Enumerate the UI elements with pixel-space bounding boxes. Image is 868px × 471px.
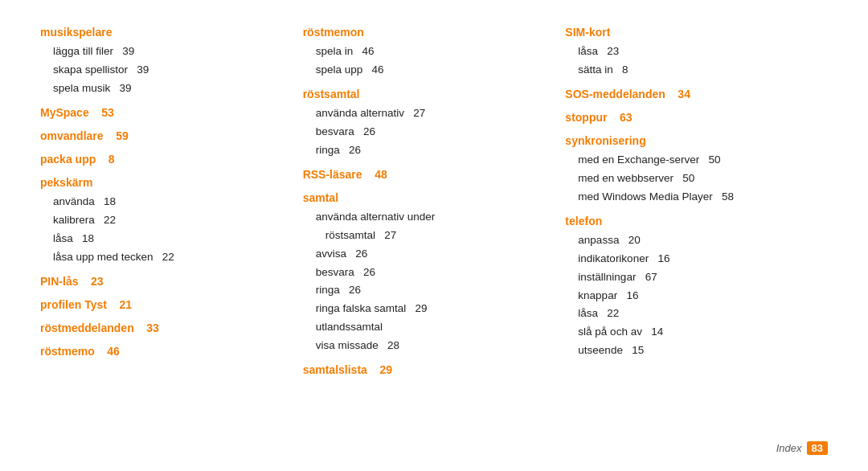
item-knappar: knappar 16 bbox=[565, 287, 812, 305]
item-lasa-telefon: låsa 22 bbox=[565, 305, 812, 323]
item-anvanda-alternativ-under: använda alternativ under bbox=[303, 208, 550, 227]
item-lasa-sim: låsa 23 bbox=[565, 43, 812, 61]
item-rostsamtal-sub: röstsamtal 27 bbox=[303, 227, 550, 245]
footer: Index 83 bbox=[776, 441, 828, 455]
item-besvara-rost: besvara 26 bbox=[303, 123, 550, 141]
item-ringa-rost: ringa 26 bbox=[303, 141, 550, 160]
footer-label: Index bbox=[776, 442, 802, 454]
item-utseende: utseende 15 bbox=[565, 342, 812, 360]
item-spela-in: spela in 46 bbox=[303, 43, 550, 61]
item-satta-in: sätta in 8 bbox=[565, 61, 812, 80]
heading-rss-lasare: RSS-läsare 48 bbox=[303, 166, 550, 183]
heading-musikspelare: musikspelare bbox=[40, 24, 287, 41]
item-kalibrera: kalibrera 22 bbox=[40, 211, 287, 230]
item-lasa: låsa 18 bbox=[40, 230, 287, 248]
heading-samtal: samtal bbox=[303, 190, 550, 207]
item-avvisa: avvisa 26 bbox=[303, 245, 550, 264]
item-med-windows-media: med Windows Media Player 58 bbox=[565, 188, 812, 207]
columns-wrapper: musikspelare lägga till filer 39 skapa s… bbox=[40, 24, 828, 447]
item-visa-missade: visa missade 28 bbox=[303, 337, 550, 355]
item-spela-upp: spela upp 46 bbox=[303, 61, 550, 80]
item-anvanda-alternativ: använda alternativ 27 bbox=[303, 104, 550, 123]
heading-omvandlare: omvandlare 59 bbox=[40, 128, 287, 145]
item-installningar: inställningar 67 bbox=[565, 268, 812, 287]
item-lasa-upp-med-tecken: låsa upp med tecken 22 bbox=[40, 248, 287, 267]
footer-page: 83 bbox=[807, 441, 828, 455]
item-indikatorikoner: indikatorikoner 16 bbox=[565, 250, 812, 268]
heading-samtalslista: samtalslista 29 bbox=[303, 362, 550, 379]
heading-sim-kort: SIM-kort bbox=[565, 24, 812, 41]
item-med-webbserver: med en webbserver 50 bbox=[565, 170, 812, 188]
column-2: röstmemon spela in 46 spela upp 46 rösts… bbox=[303, 24, 566, 447]
heading-rostmemo: röstmemo 46 bbox=[40, 343, 287, 360]
page-container: musikspelare lägga till filer 39 skapa s… bbox=[0, 0, 868, 471]
item-anvanda: använda 18 bbox=[40, 193, 287, 211]
column-1: musikspelare lägga till filer 39 skapa s… bbox=[40, 24, 303, 447]
heading-rostmemon: röstmemon bbox=[303, 24, 550, 41]
heading-synkronisering: synkronisering bbox=[565, 133, 812, 149]
item-utlandssamtal: utlandssamtal bbox=[303, 318, 550, 337]
item-spela-musik: spela musik 39 bbox=[40, 80, 287, 98]
item-besvara-samtal: besvara 26 bbox=[303, 264, 550, 282]
heading-rostsamtal: röstsamtal bbox=[303, 86, 550, 103]
heading-myspace: MySpace 53 bbox=[40, 104, 287, 121]
heading-sos-meddelanden: SOS-meddelanden 34 bbox=[565, 86, 812, 103]
item-ringa-falska-samtal: ringa falska samtal 29 bbox=[303, 300, 550, 318]
heading-profilen-tyst: profilen Tyst 21 bbox=[40, 297, 287, 313]
heading-stoppur: stoppur 63 bbox=[565, 109, 812, 126]
item-ringa-samtal: ringa 26 bbox=[303, 281, 550, 300]
heading-telefon: telefon bbox=[565, 213, 812, 230]
item-skapa-spellistor: skapa spellistor 39 bbox=[40, 61, 287, 80]
item-med-exchange: med en Exchange-server 50 bbox=[565, 151, 812, 170]
heading-pin-las: PIN-lås 23 bbox=[40, 273, 287, 290]
column-3: SIM-kort låsa 23 sätta in 8 SOS-meddelan… bbox=[565, 24, 828, 447]
heading-rostmeddelanden: röstmeddelanden 33 bbox=[40, 320, 287, 337]
item-anpassa: anpassa 20 bbox=[565, 231, 812, 250]
item-sla-pa-och-av: slå på och av 14 bbox=[565, 323, 812, 342]
heading-packa-upp: packa upp 8 bbox=[40, 151, 287, 168]
item-lagga-till-filer: lägga till filer 39 bbox=[40, 43, 287, 61]
heading-pekskarm: pekskärm bbox=[40, 174, 287, 191]
